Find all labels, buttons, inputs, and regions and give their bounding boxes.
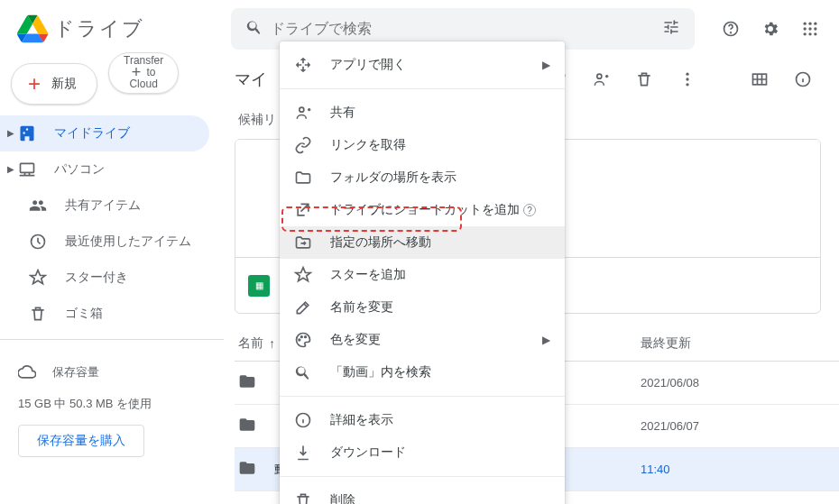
menu-get-link[interactable]: リンクを取得 — [280, 129, 565, 161]
header-actions — [713, 11, 832, 47]
col-date[interactable]: 最終更新 — [641, 335, 821, 352]
logo-area[interactable]: ドライブ — [7, 11, 231, 47]
folder-icon — [238, 459, 260, 481]
nav-my-drive[interactable]: ▶ マイドライブ — [0, 115, 209, 151]
move-to-icon — [294, 234, 316, 252]
storage-section: 保存容量 15 GB 中 50.3 MB を使用 保存容量を購入 — [0, 347, 224, 464]
expand-icon[interactable]: ▶ — [7, 128, 18, 138]
svg-rect-11 — [21, 163, 34, 172]
support-icon[interactable] — [713, 11, 749, 47]
storage-used-text: 15 GB 中 50.3 MB を使用 — [18, 396, 206, 412]
menu-details[interactable]: 詳細を表示 — [280, 404, 565, 436]
svg-point-2 — [804, 23, 807, 25]
folder-icon — [238, 416, 260, 437]
info-icon — [294, 411, 316, 429]
folder-outline-icon — [294, 169, 316, 187]
submenu-arrow-icon: ▶ — [542, 334, 550, 346]
sort-arrow-icon: ↑ — [269, 336, 275, 351]
folder-icon — [238, 372, 260, 394]
help-icon[interactable]: ? — [523, 204, 536, 216]
add-shortcut-icon — [294, 201, 316, 219]
new-button[interactable]: + 新規 — [11, 63, 97, 105]
menu-download[interactable]: ダウンロード — [280, 436, 565, 469]
plus-icon: + — [132, 68, 142, 78]
svg-point-5 — [804, 27, 807, 30]
rename-icon — [294, 298, 316, 316]
my-drive-icon — [18, 124, 40, 142]
open-with-icon — [294, 56, 316, 74]
nav-starred[interactable]: スター付き — [0, 260, 209, 296]
nav-trash[interactable]: ゴミ箱 — [0, 296, 209, 332]
new-button-label: 新規 — [51, 76, 77, 92]
download-icon — [294, 444, 316, 462]
transfer-to-cloud-button[interactable]: Transfer +to Cloud — [108, 52, 179, 94]
svg-point-10 — [814, 32, 816, 35]
menu-show-location[interactable]: フォルダの場所を表示 — [280, 161, 565, 194]
apps-grid-icon[interactable] — [792, 11, 828, 47]
remove-icon[interactable] — [626, 61, 662, 97]
shared-icon — [29, 197, 51, 215]
svg-point-19 — [300, 107, 304, 112]
settings-icon[interactable] — [752, 11, 788, 47]
star-icon — [29, 269, 51, 287]
svg-point-14 — [686, 73, 688, 76]
svg-point-16 — [686, 83, 688, 86]
search-input[interactable] — [271, 21, 655, 37]
search-icon — [294, 363, 316, 381]
menu-change-color[interactable]: 色を変更 ▶ — [280, 324, 565, 356]
svg-point-4 — [814, 23, 816, 25]
svg-point-21 — [301, 336, 303, 338]
palette-icon — [294, 331, 316, 349]
sidebar: + 新規 Transfer +to Cloud ▶ マイドライブ ▶ パソコン — [0, 58, 224, 504]
link-icon — [294, 136, 316, 154]
context-menu: アプリで開く ▶ 共有 リンクを取得 フォルダの場所を表示 ドライブにショートカ… — [280, 41, 565, 504]
search-options-icon[interactable] — [655, 11, 687, 47]
trash-icon — [294, 491, 316, 504]
svg-point-7 — [814, 27, 816, 30]
submenu-arrow-icon: ▶ — [542, 59, 550, 71]
menu-move-to[interactable]: 指定の場所へ移動 — [280, 226, 565, 259]
drive-logo-icon — [14, 11, 51, 47]
menu-rename[interactable]: 名前を変更 — [280, 291, 565, 324]
item-action-bar — [539, 61, 821, 97]
computers-icon — [18, 160, 40, 179]
more-actions-icon[interactable] — [669, 61, 705, 97]
nav-computers[interactable]: ▶ パソコン — [0, 151, 209, 188]
menu-add-star[interactable]: スターを追加 — [280, 259, 565, 291]
menu-remove[interactable]: 削除 — [280, 484, 565, 504]
recent-icon — [29, 233, 51, 251]
trash-icon — [29, 305, 51, 323]
svg-point-15 — [686, 78, 688, 80]
buy-storage-button[interactable]: 保存容量を購入 — [18, 425, 144, 457]
svg-point-20 — [299, 339, 300, 341]
share-icon[interactable] — [583, 61, 619, 97]
product-name: ドライブ — [54, 15, 144, 42]
plus-icon: + — [28, 78, 41, 90]
svg-point-22 — [305, 336, 307, 338]
svg-point-9 — [808, 32, 811, 35]
svg-point-3 — [808, 23, 811, 25]
view-details-icon[interactable] — [785, 61, 821, 97]
nav-recent[interactable]: 最近使用したアイテム — [0, 224, 209, 260]
menu-share[interactable]: 共有 — [280, 96, 565, 129]
svg-point-6 — [808, 27, 811, 30]
svg-point-8 — [804, 32, 807, 35]
star-icon — [294, 266, 316, 284]
nav-shared[interactable]: 共有アイテム — [0, 188, 209, 224]
menu-open-with[interactable]: アプリで開く ▶ — [280, 49, 565, 81]
view-grid-icon[interactable] — [742, 61, 778, 97]
search-icon[interactable] — [238, 11, 271, 47]
share-icon — [294, 104, 316, 122]
nav-storage[interactable]: 保存容量 — [18, 354, 206, 390]
sheets-icon: ▦ — [248, 275, 270, 297]
svg-point-13 — [597, 74, 602, 78]
expand-icon[interactable]: ▶ — [7, 164, 18, 174]
menu-add-shortcut[interactable]: ドライブにショートカットを追加 ? — [280, 194, 565, 226]
sidebar-nav: ▶ マイドライブ ▶ パソコン 共有アイテム 最近使用したアイテム スター付き — [0, 115, 224, 332]
menu-search-within[interactable]: 「動画」内を検索 — [280, 356, 565, 389]
svg-point-1 — [731, 32, 732, 33]
